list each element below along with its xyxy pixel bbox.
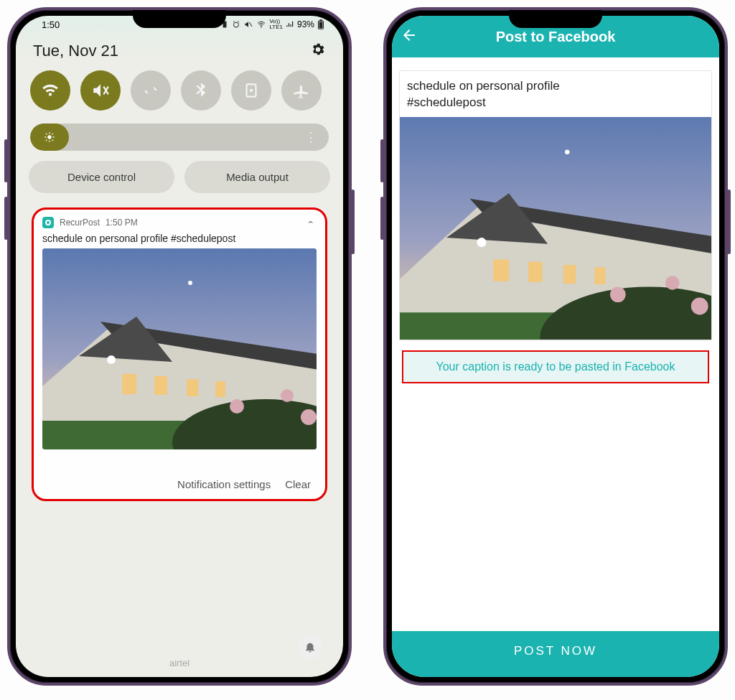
svg-rect-24 bbox=[122, 374, 136, 394]
svg-point-30 bbox=[230, 399, 244, 414]
svg-point-34 bbox=[565, 149, 570, 154]
page-title: Post to Facebook bbox=[392, 29, 719, 45]
svg-point-19 bbox=[188, 281, 192, 285]
battery-pct: 93% bbox=[297, 19, 314, 29]
svg-rect-40 bbox=[528, 262, 543, 282]
carrier-label: airtel bbox=[16, 658, 343, 668]
post-caption-line2: #schedulepost bbox=[407, 95, 704, 111]
phone-right: Post to Facebook schedule on personal pr… bbox=[383, 7, 728, 686]
caption-ready-banner: Your caption is ready to be pasted in Fa… bbox=[402, 350, 709, 383]
status-icons: Vo))LTE1 93% bbox=[220, 19, 324, 30]
mute-icon bbox=[243, 20, 253, 29]
post-caption-line1: schedule on personal profile bbox=[407, 78, 704, 95]
device-control-chip[interactable]: Device control bbox=[29, 161, 174, 193]
svg-point-45 bbox=[610, 286, 626, 302]
svg-rect-6 bbox=[319, 22, 323, 29]
svg-rect-26 bbox=[187, 379, 198, 396]
volte-indicator: Vo))LTE1 bbox=[269, 19, 283, 30]
qs-data-icon[interactable] bbox=[131, 70, 171, 111]
svg-point-28 bbox=[107, 355, 116, 364]
svg-rect-42 bbox=[594, 267, 605, 284]
svg-point-43 bbox=[477, 238, 486, 247]
signal-icon bbox=[286, 20, 294, 29]
notification-app-name: RecurPost bbox=[60, 218, 100, 228]
svg-point-1 bbox=[234, 22, 239, 27]
notification-time: 1:50 PM bbox=[106, 218, 138, 228]
svg-line-16 bbox=[46, 140, 47, 141]
notification-app-icon bbox=[42, 217, 54, 228]
alarm-icon bbox=[232, 20, 240, 29]
wifi-icon bbox=[256, 20, 266, 29]
post-now-button[interactable]: POST NOW bbox=[392, 631, 719, 677]
qs-airplane-icon[interactable] bbox=[281, 70, 322, 111]
svg-rect-27 bbox=[215, 381, 225, 397]
svg-point-9 bbox=[47, 135, 51, 139]
svg-point-8 bbox=[250, 89, 253, 92]
notification-bell-icon[interactable] bbox=[298, 635, 322, 659]
svg-point-47 bbox=[691, 297, 708, 314]
quick-settings-row bbox=[26, 67, 333, 113]
svg-point-31 bbox=[281, 389, 294, 402]
post-caption: schedule on personal profile #schedulepo… bbox=[400, 71, 711, 117]
svg-line-17 bbox=[52, 134, 53, 134]
svg-line-2 bbox=[250, 22, 253, 27]
brightness-slider[interactable]: ⋮ bbox=[30, 123, 329, 151]
qs-wifi-icon[interactable] bbox=[30, 70, 70, 111]
qs-bluetooth-icon[interactable] bbox=[181, 70, 221, 111]
notification-text: schedule on personal profile #schedulepo… bbox=[42, 233, 317, 248]
gear-icon[interactable] bbox=[310, 42, 326, 60]
brightness-more-icon[interactable]: ⋮ bbox=[304, 136, 317, 139]
svg-point-3 bbox=[261, 27, 263, 28]
clear-button[interactable]: Clear bbox=[285, 478, 311, 490]
qs-rotation-icon[interactable] bbox=[231, 70, 271, 111]
svg-line-14 bbox=[46, 134, 47, 134]
media-output-chip[interactable]: Media output bbox=[184, 161, 330, 193]
svg-rect-41 bbox=[563, 265, 576, 284]
svg-point-46 bbox=[665, 276, 680, 290]
svg-rect-39 bbox=[493, 259, 509, 281]
svg-line-15 bbox=[52, 140, 53, 141]
svg-rect-5 bbox=[320, 19, 322, 21]
status-time: 1:50 bbox=[34, 19, 60, 30]
svg-rect-25 bbox=[154, 376, 167, 395]
notification-card[interactable]: RecurPost 1:50 PM ⌃ schedule on personal… bbox=[32, 207, 327, 501]
qs-mute-icon[interactable] bbox=[80, 70, 121, 111]
chevron-up-icon[interactable]: ⌃ bbox=[306, 220, 315, 229]
battery-icon bbox=[317, 19, 324, 29]
notification-image bbox=[42, 248, 317, 449]
svg-point-32 bbox=[301, 409, 317, 425]
notification-settings-button[interactable]: Notification settings bbox=[177, 478, 271, 490]
post-card: schedule on personal profile #schedulepo… bbox=[399, 70, 712, 340]
phone-left: 1:50 Vo))LTE1 93% bbox=[7, 7, 352, 686]
post-image bbox=[400, 117, 711, 340]
shade-date: Tue, Nov 21 bbox=[33, 42, 118, 60]
